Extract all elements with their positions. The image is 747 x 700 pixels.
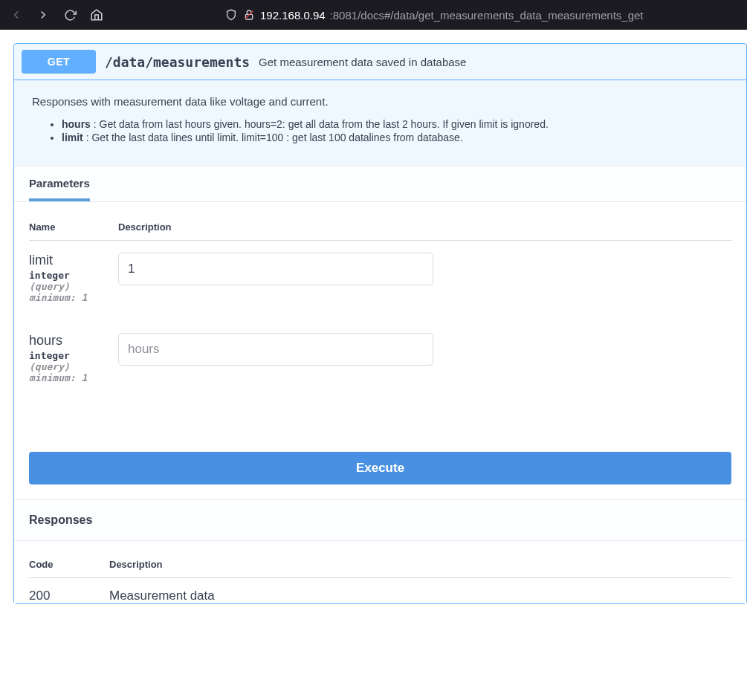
parameters-block: Name Description limit integer (query) m… [14,202,746,443]
operation-path: /data/measurements [105,54,250,70]
param-in: (query) [29,361,118,372]
operation-summary-text: Get measurement data saved in database [259,56,466,68]
tab-parameters[interactable]: Parameters [29,177,90,201]
address-bar[interactable]: 192.168.0.94:8081/docs#/data/get_measure… [224,8,741,22]
section-tabs: Parameters [14,166,746,202]
hours-input[interactable] [118,333,433,366]
response-code: 200 [29,589,109,603]
description-bullet: limit : Get the last data lines until li… [62,132,728,143]
param-header-description: Description [118,221,731,233]
operation-block: GET /data/measurements Get measurement d… [13,43,747,604]
param-type: integer [29,350,118,361]
responses-header-description: Description [109,559,163,570]
param-minimum: minimum: 1 [29,292,118,303]
param-row-hours: hours integer (query) minimum: 1 [29,333,731,383]
operation-summary[interactable]: GET /data/measurements Get measurement d… [14,44,746,80]
home-button[interactable] [86,4,107,25]
description-bullet: hours : Get data from last hours given. … [62,118,728,130]
shield-icon [224,8,238,22]
response-description: Measurement data [109,589,215,603]
responses-block: Code Description 200 Measurement data [14,541,746,603]
insecure-lock-icon [242,8,256,22]
reload-button[interactable] [59,4,80,25]
response-row: 200 Measurement data [29,589,731,603]
param-type: integer [29,270,118,281]
limit-input[interactable] [118,253,433,285]
responses-heading: Responses [14,499,746,541]
responses-header-code: Code [29,559,109,570]
param-minimum: minimum: 1 [29,372,118,383]
http-method-badge: GET [22,50,96,74]
description-lead: Responses with measurement data like vol… [32,95,728,108]
forward-button[interactable] [33,4,54,25]
operation-description: Responses with measurement data like vol… [14,80,746,166]
browser-toolbar: 192.168.0.94:8081/docs#/data/get_measure… [0,0,747,30]
param-header-name: Name [29,221,118,233]
param-name: hours [29,333,118,349]
url-host: 192.168.0.94 [260,9,326,22]
param-row-limit: limit integer (query) minimum: 1 [29,253,731,303]
execute-button[interactable]: Execute [29,452,731,485]
param-name: limit [29,253,118,268]
back-button[interactable] [6,4,27,25]
url-path: :8081/docs#/data/get_measurements_data_m… [330,9,644,22]
param-in: (query) [29,281,118,292]
